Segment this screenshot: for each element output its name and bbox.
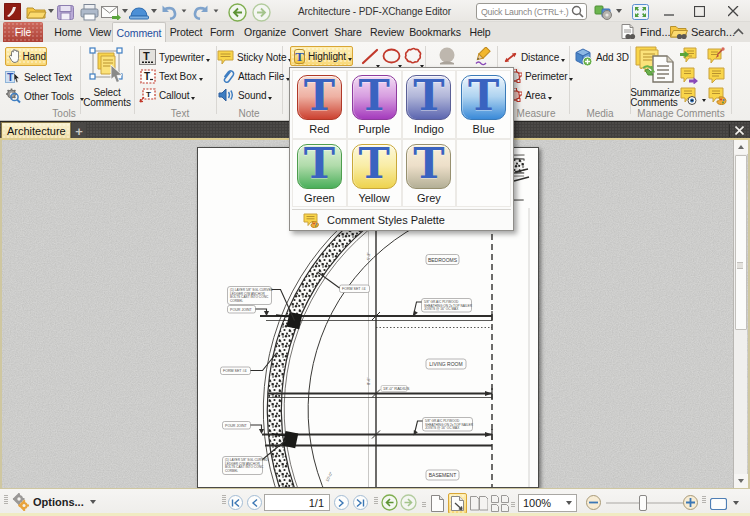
attach-file-button[interactable]: Attach File xyxy=(219,67,290,85)
tab-organize[interactable]: Organize xyxy=(244,22,286,42)
export-comments-icon[interactable] xyxy=(680,67,698,84)
summarize-comments-button[interactable]: Summarize Comments xyxy=(631,46,679,107)
fit-width-layout-button[interactable] xyxy=(448,493,467,514)
single-page-layout-icon[interactable] xyxy=(431,495,444,512)
scroll-up-button[interactable] xyxy=(734,140,748,154)
document-tab-architecture[interactable]: Architecture xyxy=(1,122,71,139)
save-icon[interactable] xyxy=(57,5,74,20)
distance-button[interactable]: Distance xyxy=(503,48,565,66)
import-comments-icon[interactable] xyxy=(680,47,697,63)
select-text-button[interactable]: T Select Text xyxy=(5,68,72,86)
zoom-in-button[interactable] xyxy=(683,495,698,510)
highlight-style-green[interactable]: T Green xyxy=(292,139,347,208)
app-logo-icon xyxy=(4,3,21,20)
next-page-button[interactable] xyxy=(334,495,349,510)
first-page-button[interactable] xyxy=(228,495,243,510)
zoom-level-combobox[interactable]: 100% xyxy=(518,494,577,512)
fullscreen-icon[interactable] xyxy=(632,4,649,20)
select-comments-button[interactable]: Select Comments xyxy=(84,47,130,107)
pencil-line-tool-icon[interactable] xyxy=(361,48,380,65)
perimeter-label: Perimeter xyxy=(525,71,567,82)
close-button[interactable] xyxy=(722,0,744,22)
scan-icon[interactable] xyxy=(129,6,149,20)
sticky-note-button[interactable]: Sticky Note xyxy=(217,48,292,66)
tab-view[interactable]: View xyxy=(89,22,111,42)
tab-home[interactable]: Home xyxy=(54,22,82,42)
open-file-dropdown-caret[interactable] xyxy=(48,9,54,13)
print-icon[interactable] xyxy=(80,4,99,21)
two-page-layout-icon[interactable] xyxy=(470,496,488,511)
quick-launch-placeholder: Quick Launch (CTRL+.) xyxy=(481,7,571,17)
ellipse-tool-icon[interactable] xyxy=(382,48,402,64)
highlight-style-yellow[interactable]: T Yellow xyxy=(347,139,402,208)
sound-button[interactable]: Sound xyxy=(218,86,272,104)
options-button[interactable]: Options... xyxy=(12,493,96,511)
vertical-scrollbar[interactable] xyxy=(733,140,747,488)
scroll-down-button[interactable] xyxy=(734,474,748,488)
comment-styles-palette-item[interactable]: Comment Styles Palette xyxy=(292,209,511,230)
page-number-field[interactable]: 1/1 xyxy=(264,494,330,511)
view-mode-caret[interactable] xyxy=(733,501,739,505)
hand-tool-button[interactable]: Hand xyxy=(5,47,47,66)
email-icon[interactable] xyxy=(101,6,121,20)
minimize-button[interactable] xyxy=(658,0,680,22)
tab-comment[interactable]: Comment xyxy=(112,22,166,42)
tab-bookmarks[interactable]: Bookmarks xyxy=(409,22,461,42)
typewriter-button[interactable]: T Typewriter xyxy=(139,48,210,66)
comments-list-icon[interactable] xyxy=(708,67,725,83)
tab-protect[interactable]: Protect xyxy=(170,22,203,42)
highlight-style-grey[interactable]: T Grey xyxy=(402,139,457,208)
perimeter-button[interactable]: Perimeter xyxy=(508,67,573,85)
collapse-ribbon-icon[interactable] xyxy=(733,28,744,36)
email-dropdown-caret[interactable] xyxy=(122,9,128,13)
highlight-style-purple[interactable]: T Purple xyxy=(347,70,402,139)
zoom-slider-thumb[interactable] xyxy=(639,495,647,511)
highlight-button[interactable]: T Highlight xyxy=(290,46,353,66)
tab-convert[interactable]: Convert xyxy=(292,22,328,42)
redo-icon[interactable] xyxy=(192,5,210,20)
maximize-button[interactable] xyxy=(688,0,710,22)
pin-comment-icon[interactable] xyxy=(707,47,725,63)
session-dropdown-caret[interactable] xyxy=(616,9,622,13)
new-document-tab-button[interactable]: + xyxy=(72,123,86,139)
previous-page-button[interactable] xyxy=(247,495,262,510)
scrollbar-thumb[interactable] xyxy=(735,155,747,330)
undo-dropdown-caret[interactable] xyxy=(182,9,187,12)
show-comments-icon[interactable] xyxy=(680,87,698,105)
options-gears-icon xyxy=(12,493,30,511)
zoom-out-button[interactable] xyxy=(586,495,601,510)
session-icon[interactable] xyxy=(594,4,614,20)
last-page-button[interactable] xyxy=(353,495,368,510)
scan-dropdown-caret[interactable] xyxy=(151,9,157,13)
add-3d-button[interactable]: Add 3D xyxy=(574,48,629,66)
search-button[interactable]: Search... xyxy=(670,22,735,42)
view-forward-icon[interactable] xyxy=(400,494,417,511)
grid-page-layout-icon[interactable] xyxy=(491,495,509,512)
callout-button[interactable]: T Callout xyxy=(139,86,195,104)
tab-file[interactable]: File xyxy=(3,22,43,42)
highlight-style-blue[interactable]: T Blue xyxy=(456,70,511,139)
tab-form[interactable]: Form xyxy=(210,22,234,42)
find-button[interactable]: Find... xyxy=(620,22,671,42)
area-button[interactable]: Area xyxy=(508,86,552,104)
polygon-tool-icon[interactable] xyxy=(403,47,423,65)
other-tools-button[interactable]: Other Tools xyxy=(5,87,84,105)
tab-share[interactable]: Share xyxy=(334,22,362,42)
text-box-button[interactable]: T Text Box xyxy=(140,67,203,85)
view-mode-icon[interactable] xyxy=(710,498,727,510)
undo-icon[interactable] xyxy=(160,5,178,20)
stamp-tool-icon[interactable] xyxy=(436,47,459,65)
highlight-style-indigo[interactable]: T Indigo xyxy=(402,70,457,139)
pencil-tool-icon[interactable] xyxy=(474,47,493,66)
forward-icon[interactable] xyxy=(252,3,271,22)
back-icon[interactable] xyxy=(228,3,247,22)
tab-help[interactable]: Help xyxy=(469,22,490,42)
comment-styles-icon[interactable] xyxy=(708,87,727,105)
close-document-button[interactable] xyxy=(732,123,746,138)
open-file-icon[interactable] xyxy=(26,5,47,20)
highlight-style-red[interactable]: T Red xyxy=(292,70,347,139)
redo-dropdown-caret[interactable] xyxy=(214,9,219,12)
quick-launch-input[interactable]: Quick Launch (CTRL+.) xyxy=(476,3,587,20)
view-back-icon[interactable] xyxy=(381,494,398,511)
tab-review[interactable]: Review xyxy=(370,22,404,42)
